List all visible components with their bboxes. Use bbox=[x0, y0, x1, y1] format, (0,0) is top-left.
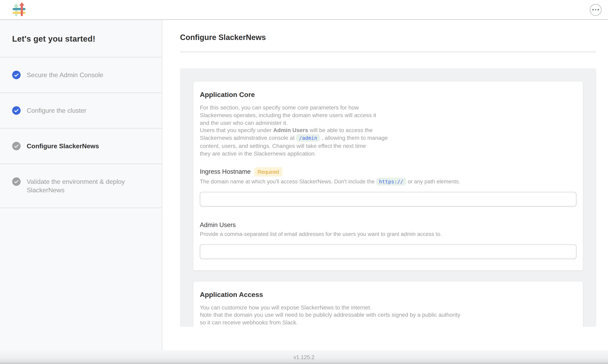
application-access-card: Application Access You can customize how… bbox=[193, 281, 583, 327]
admin-users-input[interactable] bbox=[200, 244, 577, 259]
ingress-hostname-label: Ingress Hostname bbox=[200, 168, 251, 176]
step-label: Configure SlackerNews bbox=[27, 142, 99, 150]
check-circle-icon bbox=[12, 106, 21, 115]
sidebar-step-validate-deploy[interactable]: Validate the environment & deploy Slacke… bbox=[0, 164, 162, 208]
config-panel: Application Core For this section, you c… bbox=[180, 68, 596, 327]
check-circle-icon bbox=[12, 177, 21, 186]
card-title: Application Core bbox=[200, 91, 577, 99]
version-label: v1.125.2 bbox=[293, 354, 315, 360]
sidebar-step-configure-slackernews[interactable]: Configure SlackerNews bbox=[0, 129, 162, 164]
main-content: Configure SlackerNews Application Core F… bbox=[162, 20, 608, 350]
check-circle-icon bbox=[12, 142, 21, 150]
page-title: Configure SlackerNews bbox=[180, 33, 596, 42]
required-badge: Required bbox=[254, 167, 282, 176]
step-label: Validate the environment & deploy Slacke… bbox=[27, 177, 150, 194]
ingress-hostname-field-group: Ingress Hostname Required The domain nam… bbox=[200, 167, 577, 206]
app-window: Let's get you started! Secure the Admin … bbox=[0, 0, 608, 364]
more-menu-button[interactable] bbox=[590, 4, 602, 15]
check-circle-icon bbox=[12, 71, 21, 79]
title-divider bbox=[180, 52, 596, 52]
card-intro: You can customize how you will expose Sl… bbox=[200, 304, 577, 327]
sidebar-step-configure-cluster[interactable]: Configure the cluster bbox=[0, 93, 162, 129]
sidebar-step-secure-admin-console[interactable]: Secure the Admin Console bbox=[0, 57, 162, 93]
ingress-hostname-input[interactable] bbox=[200, 192, 577, 206]
ellipsis-icon bbox=[593, 9, 599, 11]
field-help: Provide a comma-separated list of email … bbox=[200, 230, 577, 238]
step-label: Secure the Admin Console bbox=[27, 71, 103, 79]
slackernews-logo-icon bbox=[11, 2, 27, 17]
card-title: Application Access bbox=[200, 290, 577, 299]
setup-sidebar: Let's get you started! Secure the Admin … bbox=[0, 20, 162, 350]
content-area: Let's get you started! Secure the Admin … bbox=[0, 20, 608, 350]
application-core-card: Application Core For this section, you c… bbox=[193, 81, 583, 271]
admin-users-field-group: Admin Users Provide a comma-separated li… bbox=[200, 221, 577, 259]
sidebar-title: Let's get you started! bbox=[0, 20, 162, 57]
field-help: The domain name at which you'll access S… bbox=[200, 178, 577, 185]
admin-users-label: Admin Users bbox=[200, 221, 236, 229]
card-intro: For this section, you can specify some c… bbox=[200, 104, 577, 157]
app-footer: v1.125.2 bbox=[0, 350, 608, 364]
top-bar bbox=[0, 0, 608, 20]
step-label: Configure the cluster bbox=[27, 106, 86, 115]
